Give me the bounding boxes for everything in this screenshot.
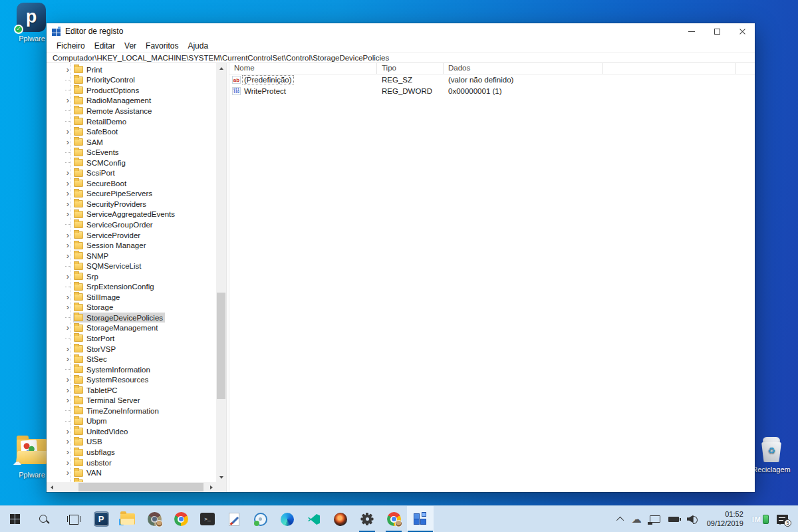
tree-item[interactable]: RadioManagement: [47, 96, 216, 106]
expand-chevron-icon[interactable]: [63, 294, 73, 301]
taskbar-pplware-button[interactable]: P: [88, 506, 114, 532]
address-bar[interactable]: Computador\HKEY_LOCAL_MACHINE\SYSTEM\Cur…: [47, 52, 755, 63]
expand-chevron-icon[interactable]: [63, 232, 73, 239]
taskbar-settings-button[interactable]: [354, 506, 380, 532]
expand-chevron-icon[interactable]: [63, 369, 73, 370]
expand-chevron-icon[interactable]: [63, 449, 73, 456]
expand-chevron-icon[interactable]: [63, 273, 73, 280]
tree-item[interactable]: SQMServiceList: [47, 261, 216, 271]
expand-chevron-icon[interactable]: [63, 428, 73, 435]
expand-chevron-icon[interactable]: [63, 376, 73, 383]
expand-chevron-icon[interactable]: [63, 317, 73, 318]
tray-battery-button[interactable]: [664, 506, 683, 532]
tree-vertical-scrollbar[interactable]: [216, 63, 226, 482]
tree-item[interactable]: usbflags: [47, 447, 216, 458]
tree-item[interactable]: TimeZoneInformation: [47, 406, 216, 416]
expand-chevron-icon[interactable]: [63, 170, 73, 176]
expand-chevron-icon[interactable]: [63, 253, 73, 259]
tree-item[interactable]: SystemInformation: [47, 364, 216, 375]
expand-chevron-icon[interactable]: [63, 338, 73, 338]
tree-item[interactable]: SystemResources: [47, 374, 216, 385]
tree-item[interactable]: Srp: [47, 271, 216, 282]
tree-item[interactable]: SCMConfig: [47, 158, 216, 168]
tree-item[interactable]: SecurePipeServers: [47, 189, 216, 200]
tree-item[interactable]: VAN: [47, 467, 216, 478]
taskbar-text-editor-button[interactable]: [221, 506, 247, 532]
tree-item[interactable]: USB: [47, 437, 216, 448]
tree-item[interactable]: Ubpm: [47, 416, 216, 427]
taskbar-vscode-button[interactable]: [301, 506, 327, 532]
tree-item[interactable]: ScsiPort: [47, 168, 216, 178]
column-header-nome[interactable]: Nome: [229, 63, 377, 74]
tree-item[interactable]: usbstor: [47, 458, 216, 468]
expand-chevron-icon[interactable]: [63, 397, 73, 404]
expand-chevron-icon[interactable]: [63, 266, 73, 267]
expand-chevron-icon[interactable]: [63, 410, 73, 411]
tree-item[interactable]: Remote Assistance: [47, 106, 216, 116]
tree-item[interactable]: Session Manager: [47, 240, 216, 251]
expand-chevron-icon[interactable]: [63, 139, 73, 146]
expand-chevron-icon[interactable]: [63, 438, 73, 445]
scroll-up-button[interactable]: [216, 63, 226, 73]
expand-chevron-icon[interactable]: [63, 110, 73, 111]
maximize-button[interactable]: [704, 23, 730, 39]
menu-ver[interactable]: Ver: [120, 41, 141, 51]
taskbar-chrome-button[interactable]: [168, 506, 194, 532]
tree-item[interactable]: PriorityControl: [47, 75, 216, 86]
tree-item[interactable]: SecurityProviders: [47, 199, 216, 209]
expand-chevron-icon[interactable]: [63, 387, 73, 394]
taskbar-edge-button[interactable]: [274, 506, 301, 532]
tree-item[interactable]: ProductOptions: [47, 85, 216, 96]
tree-item[interactable]: SafeBoot: [47, 126, 216, 137]
taskbar-terminal-button[interactable]: >_: [194, 506, 221, 532]
expand-chevron-icon[interactable]: [63, 97, 73, 104]
expand-chevron-icon[interactable]: [63, 346, 73, 352]
taskbar-clock[interactable]: 01:52 09/12/2019: [702, 510, 748, 529]
menu-editar[interactable]: Editar: [90, 41, 120, 51]
vertical-scroll-thumb[interactable]: [217, 293, 225, 399]
tree-item[interactable]: StorageManagement: [47, 323, 216, 334]
tree-item[interactable]: ServiceGroupOrder: [47, 219, 216, 230]
expand-chevron-icon[interactable]: [63, 66, 73, 73]
expand-chevron-icon[interactable]: [63, 421, 73, 422]
expand-chevron-icon[interactable]: [63, 180, 73, 187]
expand-chevron-icon[interactable]: [63, 460, 73, 466]
tree-item[interactable]: SNMP: [47, 251, 216, 261]
column-header-tipo[interactable]: Tipo: [377, 63, 444, 74]
taskbar-disc-app-button[interactable]: [247, 506, 274, 532]
taskbar-chrome-profile-button[interactable]: [141, 506, 168, 532]
notification-center-button[interactable]: 5: [773, 506, 792, 532]
expand-chevron-icon[interactable]: [63, 152, 73, 153]
expand-chevron-icon[interactable]: [63, 287, 73, 287]
tray-ime-indicator[interactable]: IM: [748, 515, 773, 524]
taskbar-dark-orb-app-button[interactable]: [327, 506, 354, 532]
task-view-button[interactable]: [59, 506, 88, 532]
tray-chevron-button[interactable]: [614, 506, 628, 532]
registry-value-row[interactable]: WriteProtect REG_DWORD 0x00000001 (1): [229, 86, 755, 97]
tree-item[interactable]: StorPort: [47, 333, 216, 344]
scroll-down-button[interactable]: [216, 472, 226, 482]
start-button[interactable]: [0, 506, 29, 532]
expand-chevron-icon[interactable]: [63, 224, 73, 225]
scroll-right-button[interactable]: [206, 482, 216, 492]
tree-item[interactable]: StorageDevicePolicies: [47, 313, 216, 323]
tray-network-button[interactable]: [646, 506, 664, 532]
expand-chevron-icon[interactable]: [63, 190, 73, 197]
tree-item[interactable]: ServiceAggregatedEvents: [47, 209, 216, 220]
expand-chevron-icon[interactable]: [63, 162, 73, 163]
taskbar-file-explorer-button[interactable]: [114, 506, 141, 532]
tree-item[interactable]: ScEvents: [47, 147, 216, 158]
tree-item[interactable]: SecureBoot: [47, 178, 216, 189]
expand-chevron-icon[interactable]: [63, 304, 73, 311]
expand-chevron-icon[interactable]: [63, 128, 73, 135]
taskbar-registry-editor-button[interactable]: [407, 506, 434, 532]
expand-chevron-icon[interactable]: [63, 201, 73, 207]
tree-item[interactable]: Storage: [47, 303, 216, 313]
menu-ajuda[interactable]: Ajuda: [183, 41, 213, 51]
tree-item[interactable]: UnitedVideo: [47, 426, 216, 437]
tree-item[interactable]: SAM: [47, 137, 216, 148]
minimize-button[interactable]: [679, 23, 704, 39]
expand-chevron-icon[interactable]: [63, 80, 73, 80]
horizontal-scroll-thumb[interactable]: [78, 483, 203, 491]
search-button[interactable]: [29, 506, 59, 532]
